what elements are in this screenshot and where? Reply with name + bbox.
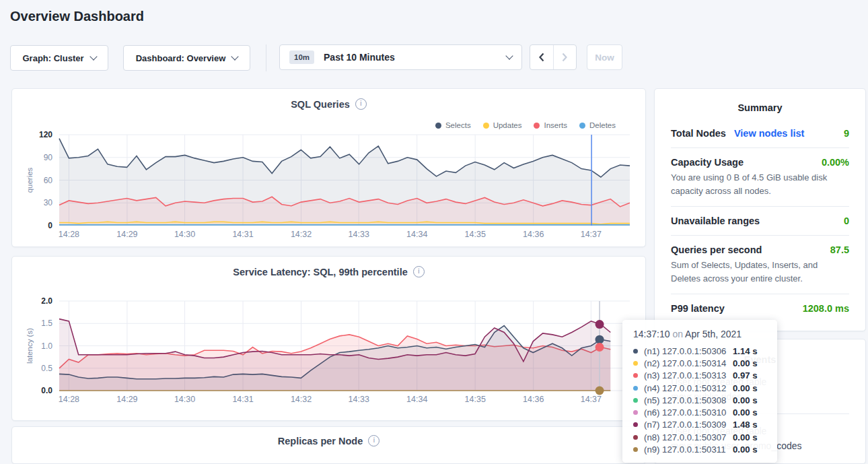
tooltip-timestamp: 14:37:10 on Apr 5th, 2021 xyxy=(633,329,766,339)
node-color-dot xyxy=(633,410,638,415)
svg-text:1.5: 1.5 xyxy=(41,319,52,328)
graph-dropdown[interactable]: Graph: Cluster xyxy=(10,45,108,71)
svg-text:0.0: 0.0 xyxy=(41,386,52,395)
tooltip-node-value: 1.14 s xyxy=(733,346,766,356)
time-range-dropdown[interactable]: 10m Past 10 Minutes xyxy=(279,44,522,70)
chart-hover-tooltip: 14:37:10 on Apr 5th, 2021 (n1) 127.0.0.1… xyxy=(622,320,777,463)
legend-item-updates[interactable]: Updates xyxy=(483,121,522,129)
tooltip-node-value: 0.00 s xyxy=(733,444,766,455)
divider xyxy=(671,235,849,236)
tooltip-node-row: (n4) 127.0.0.1:50312 0.00 s xyxy=(633,382,766,394)
tooltip-node-label: (n2) 127.0.0.1:50314 xyxy=(644,358,726,368)
summary-row-capacity-usage: Capacity Usage 0.00% You are using 0 B o… xyxy=(655,157,865,197)
tooltip-time: 14:37:10 xyxy=(633,329,670,339)
svg-text:14:29: 14:29 xyxy=(116,395,137,404)
svg-text:14:36: 14:36 xyxy=(523,395,544,404)
chevron-down-icon xyxy=(89,53,97,60)
p99-latency-label: P99 latency xyxy=(671,303,725,314)
view-nodes-list-link[interactable]: View nodes list xyxy=(734,128,805,139)
legend-dot xyxy=(435,123,441,129)
svg-text:14:36: 14:36 xyxy=(523,230,544,239)
svg-text:14:29: 14:29 xyxy=(116,230,137,239)
tooltip-node-row: (n1) 127.0.0.1:50306 1.14 s xyxy=(633,345,766,357)
toolbar-divider xyxy=(266,44,266,71)
svg-text:1.0: 1.0 xyxy=(41,341,52,351)
time-range-label: Past 10 Minutes xyxy=(324,52,395,63)
prev-time-button[interactable] xyxy=(530,45,553,69)
capacity-usage-value: 0.00% xyxy=(822,157,849,168)
info-icon[interactable]: i xyxy=(413,266,425,277)
summary-row-queries-per-second: Queries per second 87.5 Sum of Selects, … xyxy=(655,244,865,285)
next-time-button[interactable] xyxy=(553,45,577,69)
sql-queries-chart[interactable]: 030609012014:2814:2914:3014:3114:3214:33… xyxy=(12,131,646,242)
node-color-dot xyxy=(633,398,638,403)
divider xyxy=(671,147,849,148)
now-button[interactable]: Now xyxy=(587,44,622,70)
capacity-usage-description: You are using 0 B of 4.5 GiB usable disk… xyxy=(671,171,849,197)
tooltip-node-row: (n5) 127.0.0.1:50308 0.00 s xyxy=(633,394,766,406)
time-step-buttons xyxy=(530,44,577,70)
tooltip-node-row: (n9) 127.0.0.1:50311 0.00 s xyxy=(633,443,766,455)
svg-text:latency (s): latency (s) xyxy=(26,328,34,364)
legend-label: Inserts xyxy=(544,121,567,129)
svg-text:queries: queries xyxy=(26,167,34,193)
tooltip-node-value: 0.00 s xyxy=(733,358,766,368)
svg-text:14:28: 14:28 xyxy=(59,395,79,404)
unavailable-ranges-value: 0 xyxy=(844,216,849,226)
svg-text:2.0: 2.0 xyxy=(41,297,52,306)
node-color-dot xyxy=(633,373,638,378)
tooltip-node-label: (n7) 127.0.0.1:50309 xyxy=(644,420,726,430)
svg-text:14:32: 14:32 xyxy=(291,395,312,404)
tooltip-node-label: (n5) 127.0.0.1:50308 xyxy=(644,395,726,405)
svg-text:14:34: 14:34 xyxy=(406,395,427,404)
svg-text:14:35: 14:35 xyxy=(465,395,486,404)
graph-dropdown-label: Graph: Cluster xyxy=(22,53,83,63)
tooltip-node-value: 0.00 s xyxy=(733,395,766,405)
svg-text:90: 90 xyxy=(44,153,53,162)
chevron-left-icon xyxy=(538,53,545,62)
divider xyxy=(671,294,849,294)
tooltip-node-label: (n4) 127.0.0.1:50312 xyxy=(644,383,726,393)
service-latency-chart[interactable]: 0.00.51.01.52.014:2814:2914:3014:3114:32… xyxy=(12,297,646,405)
svg-text:14:30: 14:30 xyxy=(174,395,195,404)
info-icon[interactable]: i xyxy=(368,435,379,446)
summary-row-total-nodes: Total Nodes View nodes list 9 xyxy=(655,128,865,139)
dashboard-dropdown[interactable]: Dashboard: Overview xyxy=(123,45,250,71)
chart-title-text: Replicas per Node xyxy=(278,436,363,446)
svg-text:14:35: 14:35 xyxy=(465,230,486,239)
summary-row-unavailable-ranges: Unavailable ranges 0 xyxy=(655,216,865,226)
tooltip-node-value: 0.00 s xyxy=(733,383,766,393)
queries-per-second-value: 87.5 xyxy=(830,244,849,255)
node-color-dot xyxy=(633,447,638,452)
legend-item-deletes[interactable]: Deletes xyxy=(579,121,616,129)
svg-text:14:33: 14:33 xyxy=(349,230,369,239)
time-range-badge: 10m xyxy=(289,51,314,64)
replicas-per-node-chart-title: Replicas per Node i xyxy=(12,435,645,446)
node-color-dot xyxy=(633,435,638,440)
legend-label: Selects xyxy=(445,121,471,129)
total-nodes-value: 9 xyxy=(844,128,849,139)
unavailable-ranges-label: Unavailable ranges xyxy=(671,216,760,226)
legend-item-selects[interactable]: Selects xyxy=(435,121,471,129)
chevron-down-icon xyxy=(505,52,513,59)
node-color-dot xyxy=(633,422,638,427)
legend-item-inserts[interactable]: Inserts xyxy=(534,121,567,129)
node-color-dot xyxy=(633,386,638,391)
capacity-usage-label: Capacity Usage xyxy=(671,157,744,168)
info-icon[interactable]: i xyxy=(355,98,367,110)
chart-title-text: Service Latency: SQL, 99th percentile xyxy=(233,267,408,277)
svg-text:14:37: 14:37 xyxy=(581,230,602,239)
divider xyxy=(671,206,849,207)
tooltip-node-value: 0.00 s xyxy=(733,407,766,418)
svg-text:14:34: 14:34 xyxy=(406,230,427,239)
service-latency-chart-title: Service Latency: SQL, 99th percentile i xyxy=(12,266,645,277)
svg-text:0.5: 0.5 xyxy=(41,364,52,373)
tooltip-node-label: (n8) 127.0.0.1:50307 xyxy=(644,432,726,442)
svg-text:120: 120 xyxy=(39,131,52,139)
svg-text:60: 60 xyxy=(44,176,53,185)
svg-text:14:33: 14:33 xyxy=(349,395,369,404)
tooltip-node-row: (n7) 127.0.0.1:50309 1.48 s xyxy=(633,419,766,431)
summary-title: Summary xyxy=(655,102,865,113)
tooltip-node-label: (n1) 127.0.0.1:50306 xyxy=(644,346,726,356)
node-color-dot xyxy=(633,361,638,366)
